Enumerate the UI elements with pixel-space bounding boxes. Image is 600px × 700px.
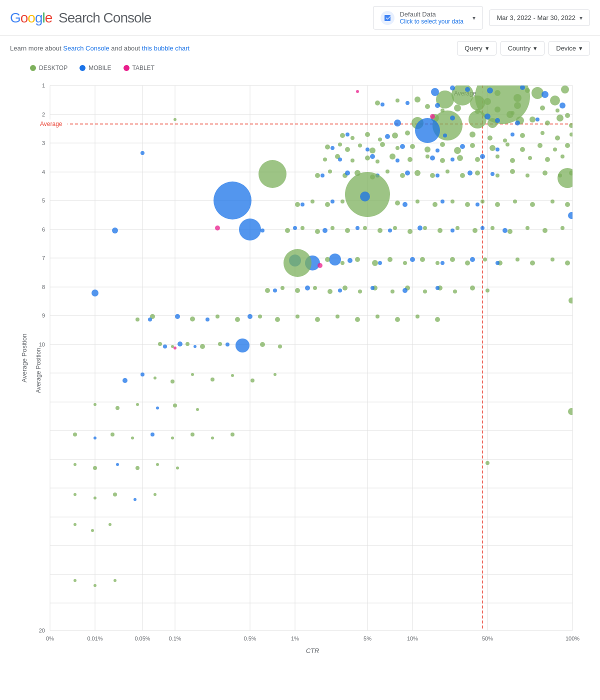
bubble-d-y25-7 — [470, 132, 476, 138]
data-selector-arrow: ▾ — [472, 14, 476, 22]
bubble-m-y3-1 — [330, 146, 334, 150]
bubble-d-y9-1 — [136, 318, 140, 322]
bubble-d-y11-7 — [274, 373, 276, 376]
x-tick-50: 50% — [482, 636, 493, 642]
bubble-d-y6-4 — [330, 226, 334, 230]
bubble-d-y3-8 — [410, 144, 415, 149]
bubble-d-y5-6 — [416, 200, 420, 204]
y-tick-3: 3 — [42, 140, 45, 146]
device-filter-arrow: ▾ — [579, 44, 582, 52]
bubble-m-y35-5 — [450, 158, 454, 162]
bubble-chart-link[interactable]: this bubble chart — [142, 44, 190, 52]
bubble-m-y3-3 — [400, 144, 405, 149]
bubble-d-y5-13 — [530, 202, 535, 207]
device-filter-button[interactable]: Device ▾ — [548, 41, 590, 56]
data-icon — [380, 11, 394, 25]
bubble-d-r1-12 — [565, 113, 570, 118]
bubble-d-r1-10 — [540, 106, 545, 110]
bubble-d-sparse-4 — [173, 404, 177, 408]
bubble-t-y6 — [215, 226, 220, 230]
bubble-m-y10-4 — [226, 342, 230, 346]
bubble-d-sparse-6 — [73, 432, 77, 436]
bubble-d-y2-10 — [569, 123, 574, 128]
bubble-m-y17-1 — [134, 498, 136, 501]
bubble-d-y6-9 — [408, 229, 412, 234]
legend-mobile: MOBILE — [80, 64, 111, 72]
bubble-d-y7-16 — [565, 260, 570, 266]
bubble-d-y8-3 — [295, 288, 300, 293]
bubble-d-y4-12 — [475, 170, 480, 176]
data-selector-text: Default Data Click to select your data — [400, 10, 468, 25]
bubble-d-r1-4 — [425, 104, 430, 109]
bubble-d-y11-6 — [250, 378, 254, 382]
bubble-m-y5-large — [214, 182, 252, 220]
bubble-d-y2-5 — [506, 111, 514, 118]
y-tick-10: 10 — [39, 342, 45, 348]
bubble-d-y35-8 — [426, 154, 430, 158]
bubble-d-sparse-10 — [190, 432, 194, 436]
bubble-d-y5-2 — [310, 200, 314, 204]
bubble-d-y3-10 — [440, 142, 445, 147]
bubble-d-y4-7 — [400, 173, 405, 178]
bubble-d-y9-13 — [395, 317, 400, 322]
bubble-m-sparse-3 — [156, 406, 159, 410]
bubble-d-sparse-3 — [136, 403, 139, 406]
bubble-d-sparse-1 — [94, 403, 96, 406]
bubble-d-y11-5 — [231, 374, 234, 377]
x-tick-005: 0.05% — [134, 636, 150, 642]
bubble-d-y15-5 — [176, 466, 179, 470]
x-axis-label: CTR — [306, 647, 320, 654]
bubble-d-bottom-3 — [108, 523, 112, 526]
query-filter-button[interactable]: Query ▾ — [457, 41, 496, 56]
bubble-m-y6-4 — [356, 226, 360, 230]
bubble-d-y9-11 — [355, 317, 360, 322]
bubble-d-outlier-right — [558, 168, 578, 188]
data-selector-button[interactable]: Default Data Click to select your data ▾ — [373, 6, 483, 30]
bubble-d-y9-9 — [315, 317, 320, 322]
bubble-d-y6-17 — [542, 228, 548, 233]
bubble-d-r1-2 — [396, 98, 400, 102]
bubble-mobile-top-4 — [487, 88, 493, 94]
bubble-d-y25-12 — [555, 136, 560, 140]
bubble-d-y4-13 — [496, 174, 500, 178]
y-tick-4: 4 — [42, 169, 45, 175]
date-range-button[interactable]: Mar 3, 2022 - Mar 30, 2022 ▾ — [489, 10, 590, 26]
search-console-link[interactable]: Search Console — [63, 44, 110, 52]
bubble-d-y6-12 — [456, 226, 460, 230]
bubble-mobile-top-5 — [520, 85, 525, 90]
bubble-m-y11-2 — [122, 378, 128, 383]
bubble-d-y2-8 — [545, 120, 550, 126]
bubble-m-y35-3 — [396, 158, 400, 162]
bubble-m-y4-5 — [436, 174, 440, 178]
bubble-d-y3-16 — [538, 143, 542, 148]
bubble-m-y10-1 — [163, 344, 167, 348]
bubble-m-y3-5 — [460, 144, 465, 149]
bubble-d-y4-6 — [386, 170, 390, 174]
legend-tablet: TABLET — [124, 64, 154, 72]
y-tick-8: 8 — [42, 284, 45, 290]
x-tick-100: 100% — [566, 636, 580, 642]
bubble-d-y18-1 — [74, 579, 76, 582]
bubble-d-y7-5 — [388, 257, 392, 262]
header: Google Search Console Default Data Click… — [0, 0, 600, 36]
bubble-m-r1-1 — [380, 102, 384, 106]
bubble-d-y8-2 — [280, 286, 284, 290]
bubble-d-y8-14 — [470, 286, 475, 290]
y-tick-2: 2 — [42, 112, 45, 118]
bubble-d-y8-6 — [342, 286, 348, 290]
bubble-d-y10-1 — [158, 342, 162, 346]
bubble-t-y10 — [174, 346, 176, 350]
bubble-d-y25-2 — [350, 136, 354, 140]
bubble-m-y3-6 — [496, 148, 500, 152]
country-filter-button[interactable]: Country ▾ — [500, 41, 545, 56]
bubble-d-y8-7 — [358, 290, 362, 294]
bubble-d-y25-13 — [570, 132, 574, 136]
bubble-d-y7-11 — [483, 258, 487, 262]
bubble-m-y4-6 — [468, 170, 472, 176]
bubble-m-y8-1 — [273, 288, 277, 292]
bubble-d-y5-11 — [495, 202, 500, 207]
bubble-mobile-top-3 — [465, 87, 470, 92]
bubble-d-cluster-3 — [525, 88, 530, 93]
bubble-m-y2-2 — [450, 116, 455, 120]
bubble-d-y17-1 — [74, 493, 76, 496]
